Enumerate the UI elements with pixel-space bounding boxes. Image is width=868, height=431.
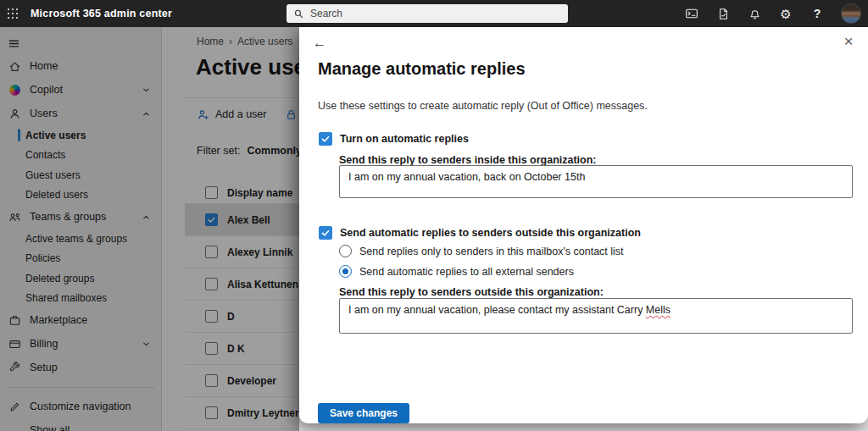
turn-on-automatic-replies-toggle[interactable]: Turn on automatic replies [319, 132, 469, 146]
turn-on-label: Turn on automatic replies [340, 133, 469, 145]
radio-unselected-icon[interactable] [339, 245, 352, 257]
waffle-menu-button[interactable] [0, 0, 25, 27]
question-icon: ? [814, 7, 821, 20]
outside-reply-textarea[interactable]: I am on my annual vacation, please conta… [339, 298, 853, 334]
search-input[interactable] [310, 8, 561, 19]
outside-reply-label: Send this reply to senders outside this … [339, 286, 604, 298]
radio-contact-list-label: Send replies only to senders in this mai… [359, 246, 624, 257]
inside-reply-textarea[interactable]: I am on my annual vacation, back on Octo… [339, 165, 853, 198]
turn-on-checkbox[interactable] [319, 132, 332, 146]
outside-checkbox[interactable] [319, 226, 332, 240]
flyout-panel-region: ← × Manage automatic replies Use these s… [299, 27, 868, 431]
topbar-icons: ⚙ ? [684, 0, 861, 27]
settings-button[interactable]: ⚙ [778, 6, 793, 21]
terminal-button[interactable] [684, 6, 699, 21]
inside-reply-label: Send this reply to senders inside this o… [339, 154, 597, 166]
gear-icon: ⚙ [780, 8, 791, 20]
waffle-icon [8, 8, 19, 19]
bell-icon [748, 8, 761, 20]
panel-title: Manage automatic replies [318, 59, 526, 79]
global-search[interactable] [287, 4, 568, 23]
radio-all-external-option[interactable]: Send automatic replies to all external s… [339, 265, 574, 278]
release-notes-button[interactable] [715, 6, 731, 21]
radio-contact-list-option[interactable]: Send replies only to senders in this mai… [339, 245, 624, 257]
terminal-icon [685, 7, 698, 20]
close-icon: × [843, 32, 853, 51]
app-title: Microsoft 365 admin center [31, 8, 172, 19]
manage-automatic-replies-panel: ← × Manage automatic replies Use these s… [299, 27, 868, 423]
document-pen-icon [717, 8, 730, 20]
panel-description: Use these settings to create automatic r… [318, 100, 648, 112]
radio-all-external-label: Send automatic replies to all external s… [359, 266, 574, 278]
misspelled-word: Mells [646, 304, 670, 316]
help-button[interactable]: ? [810, 6, 825, 21]
outside-replies-toggle[interactable]: Send automatic replies to senders outsid… [319, 226, 641, 240]
search-icon [293, 8, 304, 19]
radio-selected-icon[interactable] [339, 265, 352, 278]
outside-toggle-label: Send automatic replies to senders outsid… [340, 227, 641, 239]
back-arrow-icon: ← [313, 36, 326, 51]
close-button[interactable]: × [839, 32, 858, 51]
account-avatar[interactable] [841, 3, 861, 24]
app-topbar: Microsoft 365 admin center ⚙ ? [0, 0, 868, 27]
notifications-button[interactable] [747, 6, 762, 21]
modal-scrim[interactable] [0, 27, 299, 431]
save-changes-button[interactable]: Save changes [318, 403, 409, 423]
back-button[interactable]: ← [310, 34, 329, 52]
background-page: Home Copilot Users Active users Contacts… [0, 27, 299, 431]
